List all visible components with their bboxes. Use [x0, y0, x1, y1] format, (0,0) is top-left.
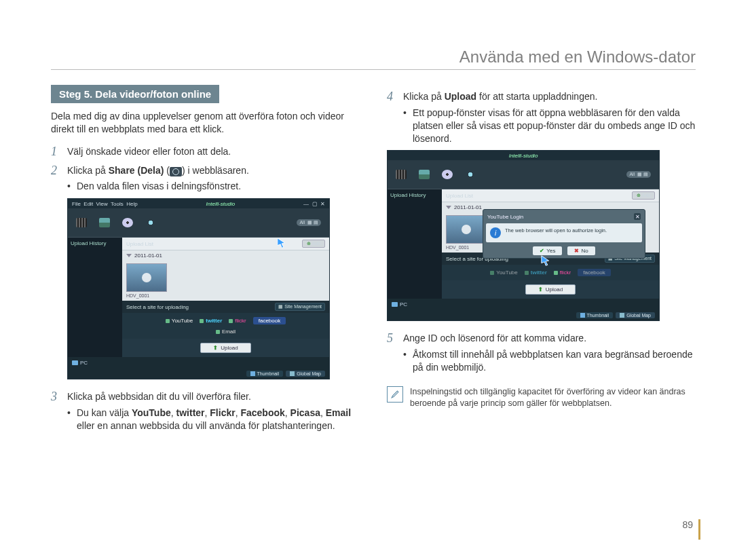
- step-3-bullet: Du kan välja YouTube, twitter, Flickr, F…: [67, 407, 360, 432]
- note: Inspelningstid och tillgänglig kapacitet…: [387, 386, 696, 409]
- tab-thumbnail[interactable]: Thumbnail: [576, 312, 614, 318]
- tool-movie: [76, 218, 87, 227]
- step-3: 3 Klicka på webbsidan dit du vill överfö…: [51, 390, 360, 404]
- pc-icon: [392, 302, 398, 307]
- bold: Flickr: [210, 407, 235, 418]
- login-message: The web browser will open to authorize l…: [505, 227, 607, 234]
- view-tabs: Thumbnail Global Map: [68, 368, 329, 379]
- disc-icon: [122, 218, 133, 227]
- cursor-arrow-icon: [540, 255, 552, 267]
- app-logo: Intelli-studio: [509, 153, 538, 159]
- app-logo: Intelli-studio: [206, 201, 236, 207]
- chevron-down-icon: [126, 254, 132, 257]
- step-2-bullet: Den valda filen visas i delningsfönstret…: [67, 180, 360, 193]
- info-icon: i: [490, 227, 501, 238]
- site-management-button[interactable]: ▦ Site Management: [275, 303, 325, 311]
- close-icon[interactable]: ✕: [634, 213, 641, 220]
- text: för att starta uppladdningen.: [476, 91, 597, 102]
- text: Klicka på: [403, 91, 445, 102]
- upload-list-label: Upload List: [446, 193, 473, 199]
- service-email[interactable]: Email: [216, 329, 236, 335]
- page-number: 89: [682, 519, 700, 540]
- service-youtube[interactable]: YouTube: [166, 318, 193, 324]
- intro-text: Dela med dig av dina upplevelser genom a…: [51, 110, 360, 136]
- date-row: 2011-01-01: [122, 250, 329, 261]
- service-twitter[interactable]: twitter: [525, 269, 547, 276]
- step-number: 2: [51, 164, 67, 178]
- tool-share: [145, 218, 156, 227]
- step-heading: Steg 5. Dela videor/foton online: [51, 85, 219, 103]
- bold: Email: [326, 407, 351, 418]
- grid-icon: [250, 371, 255, 376]
- share-bold: Share (Dela): [109, 165, 164, 176]
- view-tabs: Thumbnail Global Map: [388, 310, 659, 320]
- text: Du kan välja: [77, 407, 132, 418]
- view-toggle: All ▦ ▤: [297, 219, 321, 226]
- tab-global-map[interactable]: Global Map: [616, 312, 655, 318]
- view-toggle: All ▦ ▤: [626, 171, 651, 178]
- app-menubar: Intelli-studio: [388, 151, 659, 160]
- app-footer: PC: [68, 357, 329, 368]
- service-bar: YouTube twitter flickr facebook: [442, 265, 659, 280]
- login-no-button[interactable]: ✖No: [567, 246, 595, 255]
- step-1: 1 Välj önskade videor eller foton att de…: [51, 145, 360, 159]
- add-button[interactable]: ⊕ Add: [632, 191, 655, 200]
- disc-icon: [442, 170, 453, 179]
- step-4: 4 Klicka på Upload för att starta upplad…: [387, 90, 696, 104]
- step-5-bullet: Åtkomst till innehåll på webbplatsen kan…: [403, 348, 696, 374]
- cursor-arrow-icon: [276, 237, 288, 249]
- app-toolbar: All ▦ ▤: [68, 208, 329, 238]
- service-youtube[interactable]: YouTube: [490, 269, 517, 276]
- date-label: 2011-01-01: [134, 253, 162, 259]
- film-icon: [76, 218, 87, 227]
- text: Klicka på: [67, 165, 109, 176]
- select-site-label: Select a site for uploading: [126, 304, 189, 310]
- tab-global-map[interactable]: Global Map: [286, 371, 325, 377]
- film-icon: [396, 170, 407, 179]
- video-thumbnail[interactable]: [126, 263, 167, 292]
- app-menubar: File Edit View Tools Help Intelli-studio…: [68, 199, 329, 208]
- upload-button[interactable]: ⬆Upload: [525, 284, 576, 295]
- service-flickr[interactable]: flickr: [229, 318, 246, 324]
- step-2: 2 Klicka på Share (Dela) () i webbläsare…: [51, 164, 360, 178]
- service-flickr[interactable]: flickr: [554, 269, 571, 276]
- app-screenshot-2: Intelli-studio All ▦ ▤ Upload History: [387, 150, 660, 321]
- upload-icon: ⬆: [213, 345, 218, 351]
- site-mgmt-label: Site Management: [284, 304, 322, 309]
- step-5-text: Ange ID och lösenord för att komma vidar…: [403, 332, 696, 345]
- step-5: 5 Ange ID och lösenord för att komma vid…: [387, 332, 696, 346]
- upload-history-panel: Upload History: [388, 189, 442, 299]
- step-2-text: Klicka på Share (Dela) () i webbläsaren.: [67, 164, 360, 177]
- service-facebook[interactable]: facebook: [578, 269, 610, 276]
- service-twitter[interactable]: twitter: [200, 318, 222, 324]
- app-footer: PC: [388, 299, 659, 310]
- photo-icon: [99, 218, 110, 227]
- text: eller en annan webbsida du vill använda …: [77, 420, 335, 431]
- upload-button[interactable]: ⬆Upload: [200, 343, 250, 353]
- upload-label: Upload: [221, 345, 238, 351]
- photo-icon: [419, 170, 430, 179]
- app-screenshot-1: File Edit View Tools Help Intelli-studio…: [67, 198, 330, 379]
- chevron-down-icon: [446, 206, 451, 209]
- step-number: 5: [387, 332, 403, 346]
- pc-label: PC: [72, 360, 88, 366]
- share-icon: [465, 170, 476, 179]
- bold: twitter: [176, 407, 205, 418]
- service-facebook[interactable]: facebook: [253, 317, 286, 324]
- step-number: 1: [51, 145, 67, 159]
- date-label: 2011-01-01: [454, 204, 482, 210]
- share-icon: [170, 167, 182, 176]
- upload-list-label: Upload List: [126, 241, 153, 247]
- app-toolbar: All ▦ ▤: [388, 160, 659, 189]
- globe-icon: [290, 371, 295, 376]
- add-button[interactable]: ⊕ Add: [302, 240, 325, 248]
- grid-icon: [580, 313, 585, 318]
- note-icon: [387, 386, 403, 403]
- login-dialog: YouTube Login ✕ i The web browser will o…: [483, 209, 645, 259]
- step-3-text: Klicka på webbsidan dit du vill överföra…: [67, 390, 360, 403]
- note-text: Inspelningstid och tillgänglig kapacitet…: [410, 386, 696, 409]
- step-number: 4: [387, 90, 403, 104]
- tab-thumbnail[interactable]: Thumbnail: [246, 371, 284, 377]
- bold: Picasa: [290, 407, 320, 418]
- video-thumbnail[interactable]: [446, 215, 487, 244]
